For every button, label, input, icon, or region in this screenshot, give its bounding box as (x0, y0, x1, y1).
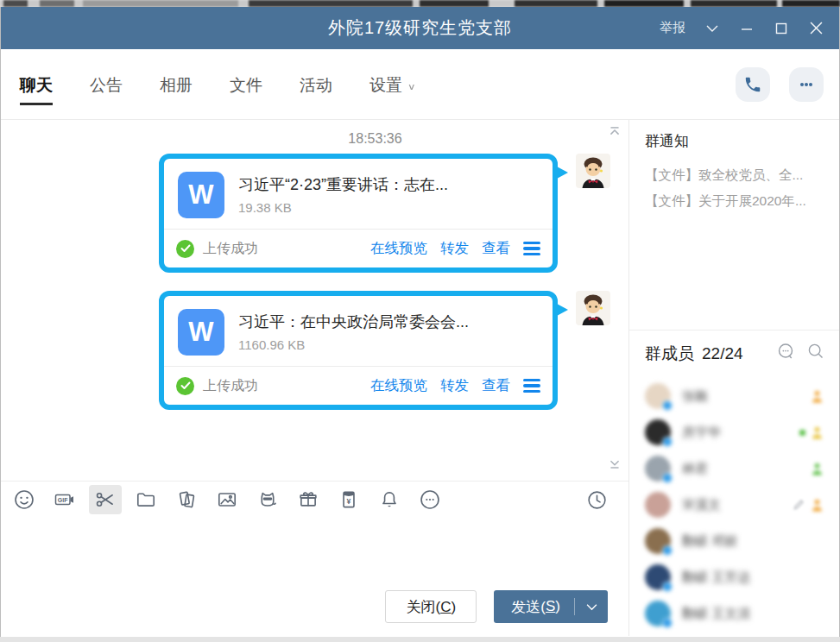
screen: 外院17级研究生党支部 举报 聊天 公告 相册 (0, 0, 840, 642)
composer-toolbar: GIF (1, 482, 628, 518)
chat-history-files-icon[interactable] (175, 488, 198, 511)
mobile-status-icon (811, 462, 824, 476)
member-name: 翻硕 邓姣 (682, 533, 737, 550)
member-name: 翻硕 王芳达 (682, 570, 750, 586)
group-chat-window: 外院17级研究生党支部 举报 聊天 公告 相册 (0, 7, 840, 637)
word-file-icon: W (178, 309, 224, 356)
close-button[interactable] (801, 7, 831, 49)
upload-status: 上传成功 (203, 377, 258, 395)
sender-avatar[interactable] (576, 291, 610, 325)
tab-chat[interactable]: 聊天 (20, 54, 53, 116)
view-link[interactable]: 查看 (482, 239, 510, 258)
group-sidebar: 群通知 【文件】致全校党员、全... 【文件】关于开展2020年... 群成员 … (629, 120, 839, 636)
message-row: W 习近平“2·23”重要讲话：志在... 19.38 KB (1, 154, 628, 273)
svg-text:¥: ¥ (347, 497, 351, 506)
member-name: 翻硕 王文清 (682, 606, 750, 622)
member-list: 张颖 房宇华 林君 (645, 378, 829, 632)
notice-item[interactable]: 【文件】致全校党员、全... (645, 162, 829, 188)
red-packet-icon[interactable]: ¥ (338, 488, 360, 511)
message-row: W 习近平：在中央政治局常委会会... 1160.96 KB (1, 291, 628, 410)
member-row[interactable]: 张颖 (645, 378, 829, 414)
member-row[interactable]: 翻硕 王文清 (645, 595, 829, 632)
view-link[interactable]: 查看 (482, 376, 510, 395)
more-tools-icon[interactable] (419, 488, 441, 511)
screenshot-scissors-icon[interactable] (89, 485, 122, 514)
more-options-button[interactable] (789, 67, 824, 102)
maximize-button[interactable] (767, 7, 796, 49)
file-size: 19.38 KB (238, 200, 448, 215)
member-name: 宋溪文 (682, 497, 721, 513)
member-avatar (645, 419, 671, 445)
file-size: 1160.96 KB (238, 337, 469, 352)
notice-item[interactable]: 【文件】关于开展2020年... (645, 188, 829, 214)
anonymous-chat-icon[interactable] (776, 342, 796, 365)
send-options-chevron-icon[interactable] (575, 590, 608, 623)
mobile-status-icon (811, 389, 824, 404)
tab-announcements[interactable]: 公告 (90, 54, 123, 116)
tab-settings[interactable]: 设置∨ (369, 54, 416, 116)
scroll-to-bottom-icon[interactable] (606, 455, 623, 475)
file-message-card[interactable]: W 习近平“2·23”重要讲话：志在... 19.38 KB (159, 154, 558, 273)
send-button[interactable]: 发送(S) (494, 590, 608, 623)
scroll-to-top-icon[interactable] (606, 123, 623, 143)
titlebar-chevron-down-icon[interactable] (698, 7, 727, 49)
gift-icon[interactable] (297, 488, 319, 511)
minimize-button[interactable] (732, 7, 761, 49)
composer-buttons: 关闭(C) 发送(S) (1, 588, 628, 636)
svg-text:GIF: GIF (58, 497, 68, 503)
member-avatar (645, 528, 671, 554)
sender-avatar[interactable] (576, 154, 610, 188)
word-file-icon: W (178, 172, 224, 218)
message-input[interactable] (1, 518, 628, 588)
image-icon[interactable] (216, 488, 238, 511)
member-name: 林君 (682, 461, 708, 477)
upload-success-icon (176, 377, 194, 395)
member-avatar (645, 492, 671, 518)
message-timestamp: 18:53:36 (61, 131, 628, 147)
file-folder-icon[interactable] (135, 488, 157, 511)
tab-activities[interactable]: 活动 (300, 54, 332, 116)
forward-link[interactable]: 转发 (440, 376, 469, 395)
voice-call-button[interactable] (736, 67, 770, 102)
group-notice-title: 群通知 (645, 131, 829, 151)
ellipsis-icon (796, 74, 817, 95)
online-preview-link[interactable]: 在线预览 (370, 376, 427, 395)
member-avatar (645, 383, 671, 409)
file-name: 习近平：在中央政治局常委会会... (238, 309, 469, 332)
file-name: 习近平“2·23”重要讲话：志在... (238, 172, 448, 195)
member-avatar (645, 564, 671, 590)
forward-link[interactable]: 转发 (440, 239, 469, 258)
chat-message-area[interactable]: 18:53:36 W 习近平“2·23”重要讲话：志在... 19.38 KB (1, 120, 628, 482)
member-row[interactable]: 林君 (645, 450, 829, 487)
bubble-tail (557, 304, 568, 316)
members-count: 22/24 (702, 344, 743, 363)
file-menu-icon[interactable] (523, 242, 540, 255)
member-row[interactable]: 翻硕 邓姣 (645, 523, 829, 559)
member-row[interactable]: 翻硕 王芳达 (645, 559, 829, 595)
search-member-icon[interactable] (806, 342, 825, 365)
group-notice-section: 群通知 【文件】致全校党员、全... 【文件】关于开展2020年... (629, 120, 839, 330)
background-window-sliver (0, 0, 840, 7)
report-link[interactable]: 举报 (660, 20, 685, 36)
tab-files[interactable]: 文件 (230, 54, 262, 116)
desktop-background-strip (0, 637, 840, 642)
group-members-section: 群成员 22/24 (629, 330, 839, 636)
file-message-card[interactable]: W 习近平：在中央政治局常委会会... 1160.96 KB (159, 291, 558, 410)
edit-pencil-icon (792, 498, 805, 512)
gif-icon[interactable]: GIF (54, 488, 76, 511)
member-row[interactable]: 房宇华 (645, 414, 829, 450)
file-menu-icon[interactable] (523, 379, 540, 393)
member-avatar (645, 456, 671, 482)
titlebar[interactable]: 外院17级研究生党支部 举报 (1, 7, 839, 49)
member-name: 张颖 (682, 388, 708, 405)
message-history-clock-icon[interactable] (585, 488, 608, 511)
notification-bell-icon[interactable] (378, 488, 401, 511)
tab-album[interactable]: 相册 (160, 54, 193, 116)
tabbar: 聊天 公告 相册 文件 活动 设置∨ (1, 49, 839, 120)
online-preview-link[interactable]: 在线预览 (370, 239, 427, 258)
close-button-composer[interactable]: 关闭(C) (385, 590, 477, 623)
emoji-icon[interactable] (13, 488, 35, 511)
meme-cat-icon[interactable] (256, 488, 279, 511)
member-row[interactable]: 宋溪文 (645, 487, 829, 523)
mobile-status-icon (811, 498, 824, 513)
